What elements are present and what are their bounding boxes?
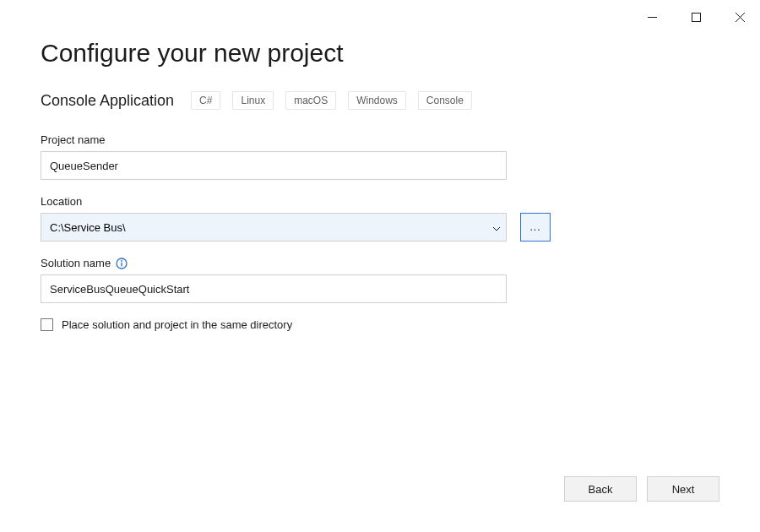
- same-directory-label[interactable]: Place solution and project in the same d…: [62, 318, 292, 331]
- location-label: Location: [41, 195, 719, 208]
- template-tag: Windows: [348, 91, 406, 110]
- template-header: Console Application C# Linux macOS Windo…: [41, 91, 719, 110]
- svg-rect-6: [121, 262, 122, 266]
- info-icon[interactable]: [116, 258, 128, 269]
- template-tag: Console: [418, 91, 472, 110]
- template-tag: macOS: [285, 91, 336, 110]
- svg-rect-1: [692, 13, 700, 21]
- solution-name-input[interactable]: [41, 274, 507, 303]
- close-button[interactable]: [726, 7, 753, 27]
- window-controls: [638, 7, 753, 27]
- maximize-button[interactable]: [682, 7, 709, 27]
- template-name: Console Application: [41, 92, 174, 110]
- same-directory-checkbox[interactable]: [41, 318, 53, 331]
- solution-name-label: Solution name: [41, 257, 111, 269]
- template-tag: Linux: [232, 91, 274, 110]
- back-button[interactable]: Back: [564, 476, 637, 502]
- project-name-label: Project name: [41, 133, 719, 146]
- location-input[interactable]: [41, 213, 507, 242]
- project-name-input[interactable]: [41, 151, 507, 180]
- next-button[interactable]: Next: [647, 476, 719, 502]
- browse-button[interactable]: ...: [520, 213, 551, 242]
- template-tag: C#: [191, 91, 220, 110]
- minimize-button[interactable]: [638, 7, 665, 27]
- page-title: Configure your new project: [41, 39, 719, 68]
- svg-point-5: [121, 260, 122, 262]
